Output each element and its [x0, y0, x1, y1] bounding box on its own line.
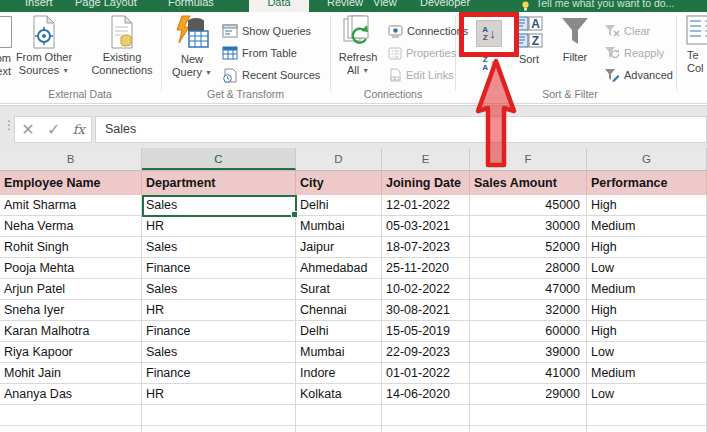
- refresh-all-button[interactable]: Refresh All ▼: [330, 15, 386, 77]
- table-cell[interactable]: 01-01-2022: [382, 363, 470, 384]
- table-cell[interactable]: Jaipur: [296, 237, 382, 258]
- tab-review[interactable]: Review: [327, 0, 363, 8]
- table-cell[interactable]: HR: [142, 300, 296, 321]
- tab-data[interactable]: Data: [249, 0, 309, 8]
- table-cell[interactable]: Delhi: [296, 195, 382, 216]
- table-cell[interactable]: Low: [587, 342, 707, 363]
- table-cell[interactable]: 30-08-2021: [382, 300, 470, 321]
- table-cell[interactable]: 32000: [470, 300, 587, 321]
- empty-cell[interactable]: [296, 426, 382, 432]
- table-cell[interactable]: HR: [142, 216, 296, 237]
- table-cell[interactable]: Kolkata: [296, 384, 382, 405]
- table-cell[interactable]: Mohit Jain: [0, 363, 142, 384]
- header-cell[interactable]: Department: [142, 171, 296, 195]
- advanced-filter-button[interactable]: Advanced: [604, 65, 673, 85]
- table-cell[interactable]: Finance: [142, 363, 296, 384]
- table-cell[interactable]: 22-09-2023: [382, 342, 470, 363]
- table-cell[interactable]: Delhi: [296, 321, 382, 342]
- table-cell[interactable]: 52000: [470, 237, 587, 258]
- table-cell[interactable]: 45000: [470, 195, 587, 216]
- table-cell[interactable]: Surat: [296, 279, 382, 300]
- table-cell[interactable]: Riya Kapoor: [0, 342, 142, 363]
- table-cell[interactable]: Rohit Singh: [0, 237, 142, 258]
- show-queries-button[interactable]: Show Queries: [222, 21, 311, 41]
- header-cell[interactable]: City: [296, 171, 382, 195]
- table-cell[interactable]: 60000: [470, 321, 587, 342]
- table-cell[interactable]: 05-03-2021: [382, 216, 470, 237]
- header-cell[interactable]: Employee Name: [0, 171, 142, 195]
- text-to-columns-button[interactable]: Te Col: [684, 15, 707, 75]
- table-cell[interactable]: Mumbai: [296, 342, 382, 363]
- table-cell[interactable]: Low: [587, 384, 707, 405]
- table-cell[interactable]: 15-05-2019: [382, 321, 470, 342]
- empty-cell[interactable]: [470, 405, 587, 426]
- table-cell[interactable]: 25-11-2020: [382, 258, 470, 279]
- tab-view[interactable]: View: [373, 0, 397, 8]
- new-query-button[interactable]: New Query ▼: [166, 15, 218, 79]
- table-cell[interactable]: Medium: [587, 363, 707, 384]
- table-cell[interactable]: Sneha Iyer: [0, 300, 142, 321]
- fill-handle[interactable]: [291, 211, 298, 218]
- table-cell[interactable]: Karan Malhotra: [0, 321, 142, 342]
- formula-input[interactable]: Sales: [95, 116, 707, 143]
- empty-cell[interactable]: [587, 405, 707, 426]
- tab-data-chip[interactable]: Data: [249, 0, 309, 12]
- table-cell[interactable]: Indore: [296, 363, 382, 384]
- empty-cell[interactable]: [142, 405, 296, 426]
- table-cell[interactable]: High: [587, 300, 707, 321]
- table-cell[interactable]: Sales: [142, 342, 296, 363]
- table-cell[interactable]: Neha Verma: [0, 216, 142, 237]
- table-cell[interactable]: High: [587, 237, 707, 258]
- recent-sources-button[interactable]: Recent Sources: [222, 65, 320, 85]
- table-cell[interactable]: Sales: [142, 279, 296, 300]
- table-cell[interactable]: 47000: [470, 279, 587, 300]
- header-cell[interactable]: Performance: [587, 171, 707, 195]
- empty-cell[interactable]: [142, 426, 296, 432]
- tell-me-box[interactable]: Tell me what you want to do...: [536, 0, 674, 9]
- enter-icon[interactable]: ✓: [47, 120, 60, 139]
- table-cell[interactable]: Medium: [587, 279, 707, 300]
- empty-cell[interactable]: [382, 405, 470, 426]
- header-cell[interactable]: Joining Date: [382, 171, 470, 195]
- filter-button[interactable]: Filter: [552, 15, 598, 64]
- table-cell[interactable]: Chennai: [296, 300, 382, 321]
- table-cell[interactable]: Ahmedabad: [296, 258, 382, 279]
- table-cell[interactable]: 14-06-2020: [382, 384, 470, 405]
- tab-developer[interactable]: Developer: [420, 0, 470, 8]
- table-cell[interactable]: Amit Sharma: [0, 195, 142, 216]
- table-cell[interactable]: High: [587, 195, 707, 216]
- table-cell[interactable]: HR: [142, 384, 296, 405]
- empty-cell[interactable]: [587, 426, 707, 432]
- cancel-icon[interactable]: ✕: [21, 120, 34, 139]
- empty-cell[interactable]: [296, 405, 382, 426]
- table-cell[interactable]: Low: [587, 258, 707, 279]
- column-header-C[interactable]: C: [142, 148, 296, 170]
- empty-cell[interactable]: [0, 405, 142, 426]
- table-cell[interactable]: 29000: [470, 384, 587, 405]
- formula-bar-handle[interactable]: ⋮: [3, 118, 14, 132]
- table-cell[interactable]: Ananya Das: [0, 384, 142, 405]
- from-table-button[interactable]: From Table: [222, 43, 297, 63]
- empty-cell[interactable]: [382, 426, 470, 432]
- table-cell[interactable]: Finance: [142, 321, 296, 342]
- from-other-sources-button[interactable]: From Other Sources ▼: [10, 15, 78, 77]
- column-header-E[interactable]: E: [382, 148, 470, 170]
- table-cell[interactable]: 30000: [470, 216, 587, 237]
- table-cell[interactable]: Sales: [142, 237, 296, 258]
- table-cell[interactable]: Pooja Mehta: [0, 258, 142, 279]
- connections-button[interactable]: Connections: [388, 21, 468, 41]
- column-header-G[interactable]: G: [587, 148, 707, 170]
- empty-cell[interactable]: [0, 426, 142, 432]
- table-cell[interactable]: High: [587, 321, 707, 342]
- existing-connections-button[interactable]: Existing Connections: [86, 15, 158, 77]
- column-header-B[interactable]: B: [0, 148, 142, 170]
- table-cell[interactable]: 12-01-2022: [382, 195, 470, 216]
- table-cell[interactable]: 41000: [470, 363, 587, 384]
- tab-insert[interactable]: Insert: [25, 0, 53, 8]
- table-cell[interactable]: Mumbai: [296, 216, 382, 237]
- table-cell[interactable]: 28000: [470, 258, 587, 279]
- table-cell[interactable]: 39000: [470, 342, 587, 363]
- table-cell[interactable]: 10-02-2022: [382, 279, 470, 300]
- insert-function-icon[interactable]: fx: [73, 122, 85, 137]
- tab-page-layout[interactable]: Page Layout: [75, 0, 137, 8]
